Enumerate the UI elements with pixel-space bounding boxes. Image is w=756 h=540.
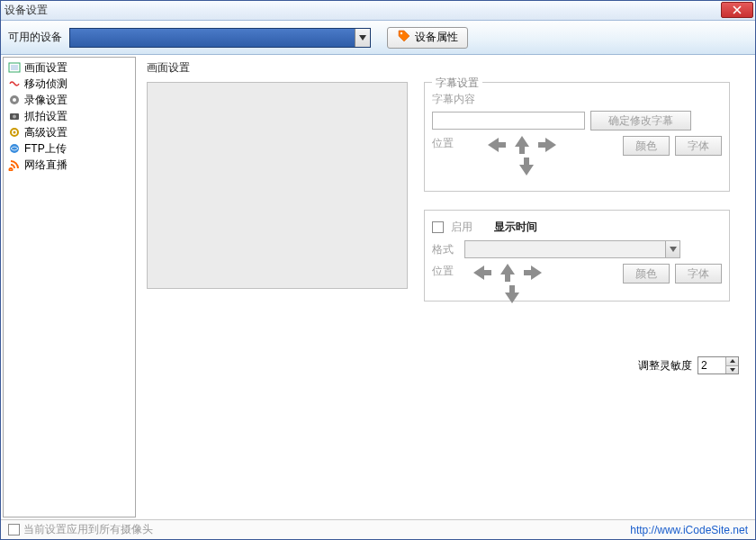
subtitle-group: 字幕设置 字幕内容 确定修改字幕 位置 颜色 字体 [424, 82, 730, 192]
record-icon [7, 93, 22, 107]
sidebar-item-record[interactable]: 录像设置 [5, 92, 133, 108]
subtitle-color-button[interactable]: 颜色 [623, 136, 670, 156]
enable-time-checkbox[interactable] [432, 221, 444, 233]
sidebar-item-broadcast[interactable]: 网络直播 [5, 157, 133, 173]
subtitle-legend: 字幕设置 [432, 76, 482, 91]
device-dropdown[interactable] [69, 28, 371, 48]
apply-all-label: 当前设置应用到所有摄像头 [23, 522, 153, 537]
sidebar-item-snapshot[interactable]: 抓拍设置 [5, 108, 133, 124]
sensitivity-row: 调整灵敏度 2 [638, 356, 739, 374]
apply-all-checkbox[interactable] [8, 524, 20, 536]
sidebar-item-ftp[interactable]: FTP上传 [5, 140, 133, 157]
toolbar: 可用的设备 设备属性 [1, 21, 755, 55]
time-font-button[interactable]: 字体 [675, 264, 722, 284]
motion-icon [7, 76, 22, 91]
frame-icon [7, 60, 22, 75]
format-label: 格式 [432, 242, 459, 257]
sidebar-item-label: 网络直播 [24, 158, 68, 172]
svg-point-6 [13, 115, 16, 119]
chevron-down-icon [359, 35, 366, 40]
subtitle-font-button[interactable]: 字体 [675, 136, 722, 156]
apply-all-row: 当前设置应用到所有摄像头 [8, 522, 153, 537]
time-title: 显示时间 [494, 220, 537, 235]
sidebar-item-label: 录像设置 [24, 93, 68, 107]
snapshot-icon [7, 109, 22, 123]
subtitle-position-arrows [486, 136, 558, 154]
subtitle-position-label: 位置 [432, 136, 454, 151]
arrow-down-button[interactable] [516, 158, 537, 176]
sensitivity-value: 2 [698, 357, 725, 374]
available-devices-label: 可用的设备 [8, 30, 62, 45]
sensitivity-spinner[interactable]: 2 [698, 356, 739, 374]
chevron-down-icon [730, 368, 735, 372]
arrow-left-button[interactable] [472, 264, 493, 282]
chevron-down-icon [670, 247, 677, 252]
sidebar-item-label: FTP上传 [24, 141, 67, 156]
close-button[interactable] [721, 2, 753, 18]
footer-link[interactable]: http://www.iCodeSite.net [630, 524, 748, 536]
svg-point-4 [13, 98, 16, 102]
device-properties-label: 设备属性 [415, 30, 458, 45]
ftp-icon [7, 141, 22, 156]
enable-label: 启用 [451, 220, 472, 235]
rss-icon [7, 158, 22, 172]
content-area: 画面设置 字幕设置 字幕内容 确定修改字幕 位置 [136, 55, 755, 519]
window-title: 设备设置 [4, 3, 48, 18]
time-position-arrows [472, 264, 544, 282]
sidebar-item-label: 画面设置 [24, 60, 68, 75]
arrow-left-button[interactable] [486, 136, 508, 154]
spinner-down-button[interactable] [726, 366, 738, 374]
page-title: 画面设置 [147, 60, 746, 76]
arrow-down-button[interactable] [501, 285, 523, 303]
svg-rect-2 [11, 65, 18, 70]
time-color-button[interactable]: 颜色 [623, 264, 670, 284]
arrow-up-button[interactable] [511, 136, 533, 154]
chevron-up-icon [730, 359, 735, 363]
sidebar-item-label: 高级设置 [24, 125, 68, 140]
sidebar-item-label: 移动侦测 [24, 76, 68, 91]
arrow-right-button[interactable] [522, 264, 544, 282]
subtitle-input[interactable] [432, 112, 585, 130]
subtitle-content-label: 字幕内容 [432, 92, 722, 107]
format-dropdown[interactable] [464, 240, 680, 258]
device-properties-button[interactable]: 设备属性 [387, 27, 468, 49]
dropdown-arrow-button[interactable] [355, 29, 370, 47]
tag-icon [397, 29, 411, 46]
sidebar-item-label: 抓拍设置 [24, 109, 68, 123]
sidebar-item-motion[interactable]: 移动侦测 [5, 76, 133, 92]
footer: 当前设置应用到所有摄像头 http://www.iCodeSite.net [1, 519, 755, 539]
sidebar-item-frame[interactable]: 画面设置 [5, 59, 133, 76]
time-group: 启用 显示时间 格式 位置 [424, 210, 730, 302]
close-icon [733, 5, 742, 14]
gear-icon [7, 125, 22, 140]
spinner-up-button[interactable] [726, 357, 738, 366]
svg-point-0 [400, 32, 402, 34]
svg-point-8 [14, 131, 16, 134]
body: 画面设置 移动侦测 录像设置 抓拍设置 高级设置 FTP上传 [1, 55, 755, 519]
time-position-label: 位置 [432, 264, 459, 279]
device-settings-window: 设备设置 可用的设备 设备属性 画面设置 移动侦测 [0, 0, 756, 540]
arrow-right-button[interactable] [536, 136, 558, 154]
arrow-up-button[interactable] [497, 264, 518, 282]
dropdown-arrow-button[interactable] [665, 241, 680, 257]
confirm-subtitle-button[interactable]: 确定修改字幕 [590, 111, 691, 130]
titlebar: 设备设置 [1, 1, 755, 21]
preview-box [147, 82, 408, 289]
sensitivity-label: 调整灵敏度 [638, 358, 692, 374]
sidebar-item-advanced[interactable]: 高级设置 [5, 124, 133, 140]
sidebar: 画面设置 移动侦测 录像设置 抓拍设置 高级设置 FTP上传 [3, 57, 136, 518]
